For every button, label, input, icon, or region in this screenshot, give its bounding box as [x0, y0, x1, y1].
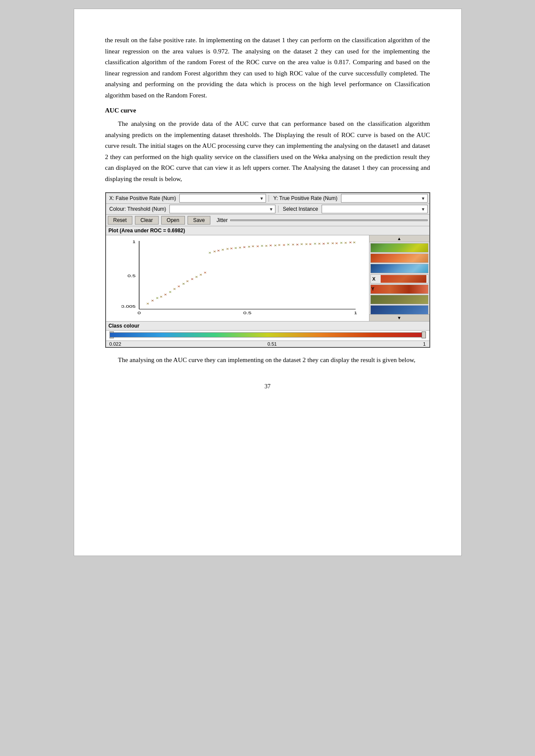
colour-min-value: 0.022	[110, 341, 122, 347]
svg-text:✕: ✕	[150, 299, 154, 303]
svg-text:1: 1	[354, 310, 357, 316]
svg-text:✕: ✕	[326, 241, 330, 245]
svg-text:✕: ✕	[213, 250, 216, 253]
svg-text:✕: ✕	[168, 290, 172, 294]
clear-button[interactable]: Clear	[135, 216, 159, 225]
select-instance-dropdown[interactable]: ▼	[322, 205, 428, 213]
legend-item-xy: X	[370, 274, 429, 284]
legend-item-1	[370, 243, 429, 253]
y-axis-dropdown[interactable]: ▼	[341, 194, 428, 203]
reset-button[interactable]: Reset	[108, 216, 132, 225]
svg-text:✕: ✕	[181, 282, 185, 285]
colour-bar	[110, 332, 426, 337]
svg-text:✕: ✕	[265, 244, 268, 247]
svg-text:✕: ✕	[194, 275, 198, 278]
svg-text:✕: ✕	[256, 244, 260, 248]
weka-buttons-row: Reset Clear Open Save Jitter	[106, 215, 429, 226]
svg-text:✕: ✕	[242, 245, 246, 249]
legend-item-5: Y	[370, 284, 429, 294]
svg-text:0.5: 0.5	[127, 273, 135, 278]
svg-text:✕: ✕	[230, 247, 233, 250]
svg-text:✕: ✕	[163, 293, 167, 296]
legend-item-6	[370, 295, 429, 304]
svg-text:✕: ✕	[353, 241, 356, 244]
svg-text:✕: ✕	[238, 246, 242, 249]
svg-text:✕: ✕	[225, 247, 229, 250]
legend-item-4-bg	[381, 275, 426, 283]
svg-text:✕: ✕	[300, 242, 303, 246]
open-button[interactable]: Open	[161, 216, 185, 225]
svg-text:✕: ✕	[221, 248, 224, 251]
class-colour-label: Class colour	[106, 322, 429, 331]
svg-text:✕: ✕	[186, 279, 189, 283]
jitter-label: Jitter	[216, 217, 228, 223]
svg-text:✕: ✕	[199, 273, 203, 276]
legend-items: X Y	[369, 242, 429, 321]
plot-label: Plot (Area under ROC = 0.6982)	[106, 226, 429, 235]
paragraph-3: The analysing on the AUC curve they can …	[105, 355, 430, 366]
page: the result on the false positive rate. I…	[74, 9, 462, 556]
svg-text:✕: ✕	[217, 249, 220, 252]
colour-dropdown[interactable]: ▼	[169, 205, 275, 213]
colour-dropdown-arrow: ▼	[269, 207, 273, 212]
svg-text:✕: ✕	[331, 241, 334, 245]
legend-item-2	[370, 253, 429, 263]
jitter-slider[interactable]	[230, 219, 427, 221]
svg-text:✕: ✕	[340, 241, 343, 244]
svg-text:✕: ✕	[247, 245, 250, 248]
svg-text:✕: ✕	[234, 246, 237, 250]
select-instance-label: Select Instance	[281, 205, 320, 213]
x-axis-label: X: False Positive Rate (Num)	[108, 194, 178, 202]
svg-text:✕: ✕	[291, 243, 294, 246]
svg-text:✕: ✕	[313, 242, 317, 245]
svg-text:✕: ✕	[203, 271, 207, 274]
svg-text:✕: ✕	[286, 243, 290, 246]
weka-axes-row: X: False Positive Rate (Num) ▼ Y: True P…	[106, 193, 429, 204]
jitter-row: Jitter	[213, 217, 427, 223]
svg-text:✕: ✕	[296, 243, 299, 246]
svg-text:✕: ✕	[208, 251, 211, 254]
plot-area: 1 0.5 0.005 0 0.5 1 ✕ ✕ ✕ ✕ ✕ ✕ ✕	[106, 235, 429, 322]
paragraph-2: The analysing on the provide data of the…	[105, 119, 430, 184]
colour-mid-value: 0.51	[267, 341, 276, 347]
svg-text:✕: ✕	[317, 242, 321, 245]
svg-text:0.005: 0.005	[122, 304, 136, 309]
legend-scroll-down[interactable]: ▼	[369, 314, 429, 321]
y-axis-label: Y: True Positive Rate (Num)	[272, 194, 339, 202]
svg-text:✕: ✕	[335, 241, 338, 245]
colour-bar-row	[106, 331, 429, 341]
svg-text:✕: ✕	[348, 241, 352, 244]
vertical-divider-1	[269, 195, 269, 202]
weka-widget: X: False Positive Rate (Num) ▼ Y: True P…	[105, 192, 430, 348]
x-axis-dropdown[interactable]: ▼	[179, 194, 266, 203]
svg-text:✕: ✕	[309, 242, 312, 246]
legend-item-3	[370, 264, 429, 273]
svg-text:✕: ✕	[155, 297, 159, 300]
page-number: 37	[105, 383, 430, 390]
svg-text:0.5: 0.5	[243, 310, 251, 316]
legend-scroll-up[interactable]: ▲	[369, 235, 429, 242]
colour-label: Colour: Threshold (Num)	[108, 205, 168, 213]
paragraph-1: the result on the false positive rate. I…	[105, 35, 430, 101]
x-label: X	[372, 276, 375, 281]
svg-text:0: 0	[137, 310, 141, 316]
save-button[interactable]: Save	[188, 216, 210, 225]
svg-text:✕: ✕	[322, 242, 325, 245]
section-heading-auc: AUC curve	[105, 107, 430, 114]
colour-slider-right-handle[interactable]	[422, 331, 426, 338]
select-instance-dropdown-arrow: ▼	[421, 207, 425, 212]
svg-text:✕: ✕	[191, 277, 194, 281]
weka-colour-row: Colour: Threshold (Num) ▼ Select Instanc…	[106, 204, 429, 215]
chart-area: 1 0.5 0.005 0 0.5 1 ✕ ✕ ✕ ✕ ✕ ✕ ✕	[106, 235, 369, 321]
svg-text:✕: ✕	[344, 241, 347, 244]
colour-values-row: 0.022 0.51 1	[106, 341, 429, 347]
legend-item-7	[370, 305, 429, 315]
colour-max-value: 1	[423, 341, 425, 347]
svg-text:✕: ✕	[304, 242, 308, 246]
svg-text:✕: ✕	[273, 244, 277, 247]
svg-text:✕: ✕	[173, 287, 176, 291]
svg-text:✕: ✕	[146, 302, 150, 306]
x-axis-dropdown-arrow: ▼	[260, 196, 264, 201]
svg-text:✕: ✕	[282, 243, 286, 247]
svg-text:✕: ✕	[260, 244, 263, 247]
